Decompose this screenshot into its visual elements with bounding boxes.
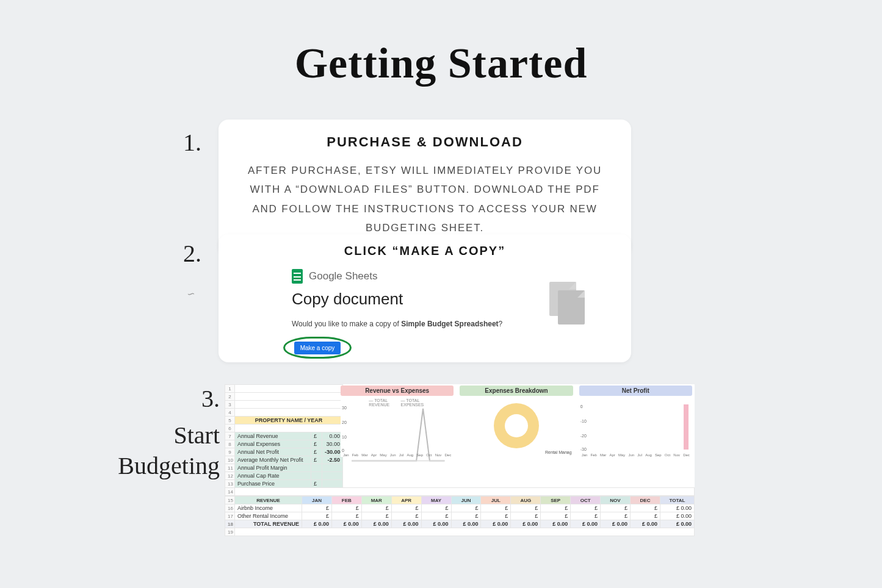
axis-tick: Sep xyxy=(416,453,423,457)
revenue-cell: £ xyxy=(481,512,511,520)
metric-currency: £ xyxy=(311,456,322,464)
axis-tick: Jan xyxy=(582,453,588,457)
revenue-row-label: Other Rental Income xyxy=(235,512,302,520)
revenue-row-label: Airbnb Income xyxy=(235,504,302,512)
revenue-table: 15REVENUEJANFEBMARAPRMAYJUNJULAUGSEPOCTN… xyxy=(225,496,695,536)
month-header: SEP xyxy=(541,497,571,504)
axis-tick: Jun xyxy=(390,453,396,457)
step-3-number: 3. xyxy=(98,384,220,413)
total-revenue-cell: £ 0.00 xyxy=(541,520,571,528)
month-header: MAR xyxy=(361,497,391,504)
revenue-cell: £ xyxy=(331,504,361,512)
revenue-cell: £ xyxy=(601,504,631,512)
metric-label: Average Monthly Net Profit xyxy=(235,456,311,464)
revenue-cell: £ xyxy=(541,512,571,520)
month-header: NOV xyxy=(601,497,631,504)
step-2-card: CLICK “MAKE A COPY” Google Sheets Copy d… xyxy=(219,234,631,362)
metric-currency: £ xyxy=(311,448,322,456)
step-3-caption-l1: Start xyxy=(98,420,220,451)
document-stack-icon xyxy=(549,282,588,324)
step-1-body: AFTER PURCHASE, ETSY WILL IMMEDIATELY PR… xyxy=(237,161,613,238)
total-revenue-cell: £ 0.00 xyxy=(481,520,511,528)
axis-tick: Aug xyxy=(645,453,652,457)
axis-tick: Feb xyxy=(591,453,597,457)
revenue-cell: £ xyxy=(630,512,660,520)
metric-value xyxy=(322,472,343,480)
metric-currency: £ xyxy=(311,480,322,488)
metric-label: Purchase Price xyxy=(235,480,311,488)
total-revenue-cell: £ 0.00 xyxy=(451,520,481,528)
donut-icon xyxy=(494,403,539,448)
revenue-cell: £ xyxy=(361,512,391,520)
total-revenue-grand: £ 0.00 xyxy=(660,520,695,528)
axis-tick: Jul xyxy=(399,453,404,457)
copy-q-post: ? xyxy=(499,320,503,328)
metric-label: Annual Cap Rate xyxy=(235,472,311,480)
axis-tick: Mar xyxy=(361,453,367,457)
revenue-cell: £ xyxy=(302,512,332,520)
revenue-cell: £ xyxy=(451,512,481,520)
donut-label: Rental Manag xyxy=(545,450,572,454)
axis-tick: Jun xyxy=(629,453,635,457)
axis-tick: Aug xyxy=(407,453,414,457)
metric-value xyxy=(322,464,343,472)
month-header: APR xyxy=(391,497,421,504)
revenue-cell: £ xyxy=(541,504,571,512)
total-revenue-cell: £ 0.00 xyxy=(391,520,421,528)
metric-value: -2.50 xyxy=(322,456,343,464)
page-title: Getting Started xyxy=(0,0,882,88)
revenue-cell: £ xyxy=(511,512,541,520)
axis-tick: Feb xyxy=(352,453,358,457)
axis-tick: Oct xyxy=(665,453,670,457)
axis-tick: Sep xyxy=(655,453,662,457)
chart-net-profit: Net Profit 0 -10 -20 -30 JanFebMarAprMay… xyxy=(579,385,692,457)
metric-value: 0.00 xyxy=(322,432,343,440)
revenue-cell: £ xyxy=(302,504,332,512)
total-revenue-cell: £ 0.00 xyxy=(601,520,631,528)
month-header: REVENUE xyxy=(235,497,302,504)
metric-currency: £ xyxy=(311,432,322,440)
axis-tick: Apr xyxy=(610,453,615,457)
month-header: TOTAL xyxy=(660,497,695,504)
metric-value xyxy=(322,480,343,488)
revenue-cell: £ xyxy=(511,504,541,512)
copy-q-pre: Would you like to make a copy of xyxy=(292,320,401,328)
total-revenue-cell: £ 0.00 xyxy=(421,520,451,528)
step-3: 3. Start Budgeting Revenue vs Expenses —… xyxy=(98,384,695,536)
step-1-number: 1. xyxy=(177,128,201,157)
metric-label: Annual Net Profit xyxy=(235,448,311,456)
axis-tick: May xyxy=(618,453,625,457)
metric-value: 30.00 xyxy=(322,440,343,448)
month-header: JUL xyxy=(481,497,511,504)
make-a-copy-button[interactable]: Make a copy xyxy=(294,342,341,354)
axis-tick: May xyxy=(380,453,386,457)
revenue-cell: £ xyxy=(571,504,601,512)
chart-expenses-breakdown: Expenses Breakdown Rental Manag xyxy=(460,385,573,457)
metric-label: Annual Expenses xyxy=(235,440,311,448)
revenue-cell: £ xyxy=(331,512,361,520)
revenue-row-total: £ 0.00 xyxy=(660,504,695,512)
axis-tick: Mar xyxy=(600,453,606,457)
metric-currency: £ xyxy=(311,440,322,448)
axis-tick: Dec xyxy=(683,453,690,457)
step-2: 2. CLICK “MAKE A COPY” Google Sheets Cop… xyxy=(177,234,631,362)
total-revenue-cell: £ 0.00 xyxy=(331,520,361,528)
google-sheets-icon xyxy=(292,269,303,284)
copy-q-name: Simple Budget Spreadsheet xyxy=(401,320,498,328)
spreadsheet-preview: Revenue vs Expenses — TOTAL REVENUE — TO… xyxy=(225,384,695,536)
revenue-cell: £ xyxy=(391,512,421,520)
total-revenue-cell: £ 0.00 xyxy=(630,520,660,528)
net-profit-bar xyxy=(684,404,689,450)
metric-currency xyxy=(311,464,322,472)
step-2-heading: CLICK “MAKE A COPY” xyxy=(237,244,613,258)
revenue-cell: £ xyxy=(421,512,451,520)
revenue-cell: £ xyxy=(601,512,631,520)
revenue-cell: £ xyxy=(391,504,421,512)
revenue-cell: £ xyxy=(451,504,481,512)
axis-tick: Dec xyxy=(445,453,452,457)
total-revenue-cell: £ 0.00 xyxy=(302,520,332,528)
month-header: FEB xyxy=(331,497,361,504)
make-a-copy-highlight: Make a copy xyxy=(283,337,352,359)
axis-tick: Nov xyxy=(673,453,680,457)
metric-label: Annual Revenue xyxy=(235,432,311,440)
